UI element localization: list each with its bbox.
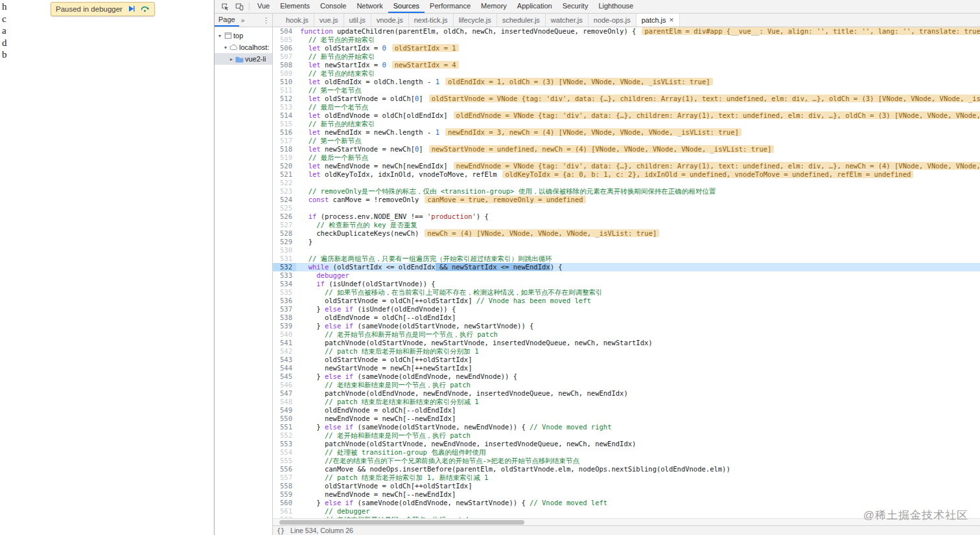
file-tab-patch.js[interactable]: patch.js×	[636, 14, 680, 27]
line-number[interactable]: 516	[273, 128, 296, 137]
resume-play-icon	[128, 5, 135, 14]
line-number[interactable]: 532	[273, 263, 296, 271]
line-number[interactable]: 557	[273, 473, 296, 482]
line-number[interactable]: 545	[273, 372, 296, 381]
line-number[interactable]: 508	[273, 61, 296, 69]
navigator-menu-button[interactable]: ⋮	[262, 16, 270, 25]
line-number[interactable]: 510	[273, 78, 296, 86]
inspect-element-button[interactable]	[218, 0, 232, 13]
line-number[interactable]: 556	[273, 465, 296, 473]
line-number[interactable]: 526	[273, 212, 296, 221]
devtools-tab-memory[interactable]: Memory	[476, 0, 512, 13]
resume-script-button[interactable]	[127, 5, 135, 14]
scrollbar-thumb[interactable]	[279, 520, 524, 525]
tree-caret-icon[interactable]: ▸	[228, 56, 235, 62]
devtools-panel: VueElementsConsoleNetworkSourcesPerforma…	[214, 0, 980, 535]
file-tab-vnode.js[interactable]: vnode.js	[371, 14, 409, 27]
line-number[interactable]: 515	[273, 120, 296, 128]
tree-caret-icon[interactable]: ▾	[222, 45, 229, 51]
line-number[interactable]: 534	[273, 280, 296, 288]
devtools-tab-application[interactable]: Application	[512, 0, 557, 13]
device-toolbar-button[interactable]	[232, 0, 246, 13]
file-tab-next-tick.js[interactable]: next-tick.js	[409, 14, 454, 27]
line-number[interactable]: 558	[273, 482, 296, 490]
line-number[interactable]: 533	[273, 271, 296, 280]
line-number[interactable]: 539	[273, 322, 296, 330]
line-number[interactable]: 552	[273, 431, 296, 440]
line-number[interactable]: 553	[273, 440, 296, 448]
line-number[interactable]: 554	[273, 448, 296, 457]
line-number[interactable]: 509	[273, 69, 296, 78]
line-number[interactable]: 559	[273, 490, 296, 499]
tree-caret-icon[interactable]: ▾	[216, 33, 223, 39]
code-text: }	[296, 238, 980, 246]
line-number[interactable]: 525	[273, 204, 296, 212]
devtools-tab-elements[interactable]: Elements	[275, 0, 315, 13]
line-number[interactable]: 518	[273, 145, 296, 154]
code-line-511: 511 // 第一个老节点	[273, 86, 980, 95]
pretty-print-button[interactable]: {}	[277, 527, 285, 534]
line-number[interactable]: 529	[273, 238, 296, 246]
file-tab-vue.js[interactable]: vue.js	[314, 14, 344, 27]
line-number[interactable]: 561	[273, 507, 296, 516]
line-number[interactable]: 549	[273, 406, 296, 415]
line-number[interactable]: 528	[273, 229, 296, 238]
more-tabs-button[interactable]: »	[241, 17, 245, 24]
line-number[interactable]: 541	[273, 339, 296, 347]
line-number[interactable]: 551	[273, 423, 296, 431]
line-number[interactable]: 520	[273, 162, 296, 170]
line-number[interactable]: 519	[273, 154, 296, 162]
line-number[interactable]: 513	[273, 103, 296, 111]
line-number[interactable]: 543	[273, 356, 296, 364]
line-number[interactable]: 544	[273, 364, 296, 372]
close-tab-icon[interactable]: ×	[670, 16, 674, 24]
line-number[interactable]: 537	[273, 305, 296, 313]
line-number[interactable]: 531	[273, 255, 296, 263]
file-tab-scheduler.js[interactable]: scheduler.js	[497, 14, 546, 27]
line-number[interactable]: 506	[273, 44, 296, 52]
line-number[interactable]: 555	[273, 457, 296, 465]
file-tab-node-ops.js[interactable]: node-ops.js	[589, 14, 636, 27]
line-number[interactable]: 538	[273, 313, 296, 322]
file-tab-watcher.js[interactable]: watcher.js	[546, 14, 589, 27]
line-number[interactable]: 550	[273, 415, 296, 423]
devtools-tab-console[interactable]: Console	[315, 0, 351, 13]
step-over-button[interactable]	[140, 5, 150, 14]
file-tab-hook.js[interactable]: hook.js	[281, 14, 314, 27]
line-number[interactable]: 530	[273, 246, 296, 255]
line-number[interactable]: 522	[273, 179, 296, 187]
tree-item-vue2-li[interactable]: ▸vue2-li	[215, 53, 272, 65]
line-number[interactable]: 523	[273, 187, 296, 196]
devtools-tab-lighthouse[interactable]: Lighthouse	[593, 0, 638, 13]
line-number[interactable]: 512	[273, 95, 296, 103]
line-number[interactable]: 540	[273, 330, 296, 339]
line-number[interactable]: 542	[273, 347, 296, 356]
devtools-tab-sources[interactable]: Sources	[388, 0, 425, 13]
line-number[interactable]: 511	[273, 86, 296, 95]
file-tab-util.js[interactable]: util.js	[344, 14, 371, 27]
line-number[interactable]: 546	[273, 381, 296, 389]
line-number[interactable]: 548	[273, 398, 296, 406]
file-tab-lifecycle.js[interactable]: lifecycle.js	[454, 14, 497, 27]
line-number[interactable]: 507	[273, 52, 296, 61]
line-number[interactable]: 504	[273, 27, 296, 36]
line-number[interactable]: 517	[273, 137, 296, 145]
line-number[interactable]: 560	[273, 499, 296, 507]
tree-item-top[interactable]: ▾top	[215, 30, 272, 41]
line-number[interactable]: 524	[273, 196, 296, 204]
devtools-tab-security[interactable]: Security	[557, 0, 594, 13]
devtools-tab-performance[interactable]: Performance	[425, 0, 476, 13]
line-number[interactable]: 536	[273, 297, 296, 305]
line-number[interactable]: 505	[273, 36, 296, 44]
tree-item-localhost-[interactable]: ▾localhost:	[215, 41, 272, 53]
line-number[interactable]: 527	[273, 221, 296, 229]
devtools-tab-vue[interactable]: Vue	[252, 0, 275, 13]
code-text: let newEndIdx = newCh.length - 1newEndId…	[296, 128, 980, 137]
line-number[interactable]: 547	[273, 389, 296, 398]
tab-page[interactable]: Page	[215, 14, 239, 27]
source-code-editor[interactable]: 504function updateChildren(parentElm, ol…	[273, 27, 980, 518]
line-number[interactable]: 535	[273, 288, 296, 297]
devtools-tab-network[interactable]: Network	[351, 0, 388, 13]
line-number[interactable]: 521	[273, 170, 296, 179]
line-number[interactable]: 514	[273, 111, 296, 120]
